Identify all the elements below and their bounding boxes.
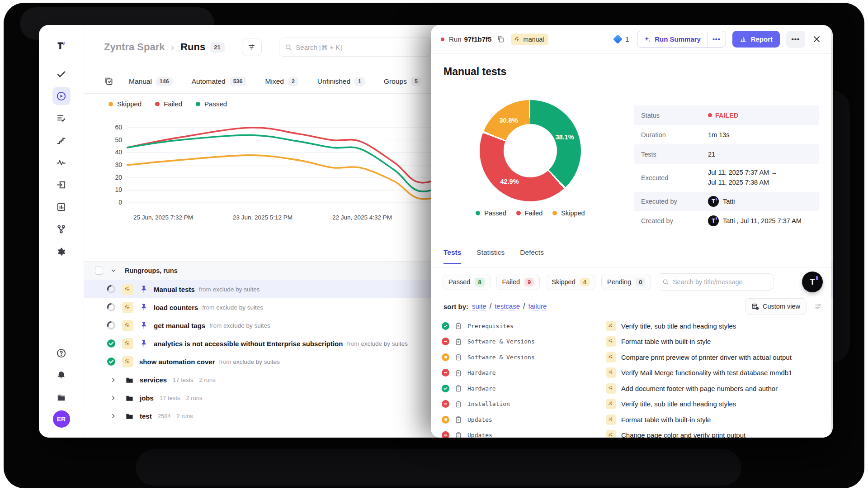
panel-header: Run 97f1b7f5 manual 1 Run Summary ••• [431, 25, 831, 54]
tab-groups[interactable]: Groups5 [384, 77, 421, 86]
folder-name[interactable]: jobs [140, 394, 154, 402]
run-title[interactable]: analytics is not accessible without Ente… [154, 340, 343, 348]
bar-chart-icon [740, 36, 747, 43]
suite-name[interactable]: Updates [467, 432, 580, 438]
sort-by-suite[interactable]: suite [472, 302, 486, 310]
tab-statistics[interactable]: Statistics [476, 248, 505, 263]
run-title[interactable]: get manual tags [154, 322, 205, 329]
test-title-cell[interactable]: Change page color and verify print outpu… [606, 430, 745, 438]
run-title[interactable]: Manual tests [154, 286, 195, 293]
test-title-cell[interactable]: Verify title, sub title and heading styl… [606, 321, 736, 331]
test-row[interactable]: Software & Versions Format table with bu… [431, 334, 831, 350]
tab-unfinished[interactable]: Unfinished1 [317, 77, 365, 86]
tests-search[interactable] [657, 273, 774, 291]
test-row[interactable]: Hardware Verify Mail Merge functionality… [431, 365, 831, 381]
test-row[interactable]: Software & Versions Compare print previe… [431, 349, 831, 365]
tab-mixed[interactable]: Mixed2 [265, 77, 298, 86]
test-title-cell[interactable]: Format table with built-in style [606, 415, 711, 425]
chevron-right-icon[interactable] [110, 377, 116, 383]
search-input[interactable] [296, 43, 425, 51]
run-title[interactable]: load counters [154, 304, 198, 311]
notifications-bell-icon[interactable] [52, 366, 71, 384]
tab-automated[interactable]: Automated536 [192, 77, 246, 86]
run-source: fromexclude by suites [347, 340, 408, 347]
skipped-dot-icon [442, 353, 449, 361]
git-branch-icon[interactable] [52, 220, 71, 238]
view-options-icon[interactable] [814, 302, 822, 310]
runs-play-icon[interactable] [52, 87, 71, 105]
run-title[interactable]: show automation cover [139, 358, 215, 366]
suite-name[interactable]: Updates [467, 416, 580, 423]
user-avatar[interactable]: ER [53, 410, 70, 428]
close-panel-button[interactable] [812, 35, 821, 43]
test-row[interactable]: Prerequisites Verify title, sub title an… [431, 318, 831, 334]
manual-test-icon [606, 336, 616, 347]
clipboard-icon [455, 338, 462, 345]
test-title-cell[interactable]: Add document footer with page numbers an… [606, 383, 778, 394]
test-title-cell[interactable]: Verify title, sub title and heading styl… [606, 399, 736, 409]
suite-name[interactable]: Hardware [467, 385, 580, 392]
folder-name[interactable]: test [140, 412, 152, 420]
suite-name[interactable]: Installation [467, 400, 580, 407]
suite-name[interactable]: Software & Versions [467, 354, 580, 361]
suite-name[interactable]: Hardware [467, 369, 580, 376]
settings-gear-icon[interactable] [52, 242, 71, 260]
import-icon[interactable] [52, 176, 71, 194]
user-avatar: T [708, 215, 719, 226]
activity-pulse-icon[interactable] [52, 153, 71, 172]
test-row[interactable]: Installation Verify title, sub title and… [431, 396, 831, 412]
test-row[interactable]: Hardware Add document footer with page n… [431, 381, 831, 396]
sort-by-failure[interactable]: failure [528, 302, 547, 310]
chevron-right-icon[interactable] [110, 413, 116, 419]
filter-pending[interactable]: Pending0 [601, 274, 651, 290]
manual-test-icon [606, 352, 616, 362]
run-summary-more-button[interactable]: ••• [707, 32, 726, 47]
suite-name[interactable]: Prerequisites [467, 323, 580, 329]
manual-test-icon [606, 399, 616, 409]
test-row[interactable]: Updates Change page color and verify pri… [431, 428, 831, 438]
assistant-widget[interactable]: T [802, 272, 823, 292]
copy-icon[interactable] [497, 35, 505, 43]
filter-button[interactable] [242, 38, 262, 56]
chevron-down-icon[interactable] [110, 267, 117, 274]
chevron-right-icon[interactable] [110, 395, 116, 401]
clipboard-icon [455, 369, 462, 377]
sort-by-testcase[interactable]: testcase [495, 302, 520, 310]
clipboard-icon [455, 416, 462, 423]
custom-view-button[interactable]: Custom view [745, 298, 807, 315]
run-summary-button[interactable]: Run Summary ••• [637, 31, 726, 48]
in-progress-icon [107, 285, 116, 294]
tab-tests[interactable]: Tests [443, 248, 461, 264]
filter-failed[interactable]: Failed9 [496, 274, 540, 290]
select-all-checkbox[interactable] [95, 267, 103, 275]
test-title-cell[interactable]: Verify Mail Merge functionality with tes… [606, 367, 793, 378]
select-all-icon[interactable] [104, 76, 113, 86]
pin-icon [140, 321, 148, 329]
projects-folder-icon[interactable] [52, 388, 71, 406]
more-actions-button[interactable]: ••• [786, 31, 805, 48]
app-logo-icon[interactable] [52, 37, 71, 55]
jira-diamond-icon[interactable] [613, 34, 623, 44]
suite-name[interactable]: Software & Versions [467, 338, 580, 345]
folder-name[interactable]: services [140, 376, 167, 384]
test-title-cell[interactable]: Format table with built-in style [606, 336, 711, 347]
status-badge: FAILED [708, 112, 739, 119]
test-row[interactable]: Updates Format table with built-in style [431, 412, 831, 428]
folder-icon [125, 376, 134, 384]
filter-passed[interactable]: Passed8 [443, 274, 491, 290]
tab-defects[interactable]: Defects [520, 248, 544, 263]
help-icon[interactable] [52, 344, 71, 362]
tab-manual[interactable]: Manual146 [129, 77, 173, 86]
run-source: fromexclude by suites [209, 322, 270, 329]
breadcrumb[interactable]: Zyntra Spark [104, 41, 165, 53]
donut-legend: Passed Failed Skipped [453, 210, 607, 217]
test-plans-icon[interactable] [52, 109, 71, 127]
global-search[interactable] [279, 38, 431, 57]
report-button[interactable]: Report [732, 31, 780, 48]
analytics-icon[interactable] [52, 198, 71, 216]
filter-skipped[interactable]: Skipped4 [546, 274, 595, 290]
tests-search-input[interactable] [673, 278, 769, 286]
test-title-cell[interactable]: Compare print preview of printer driver … [606, 352, 792, 362]
tests-check-icon[interactable] [52, 65, 71, 83]
milestones-steps-icon[interactable] [52, 131, 71, 149]
